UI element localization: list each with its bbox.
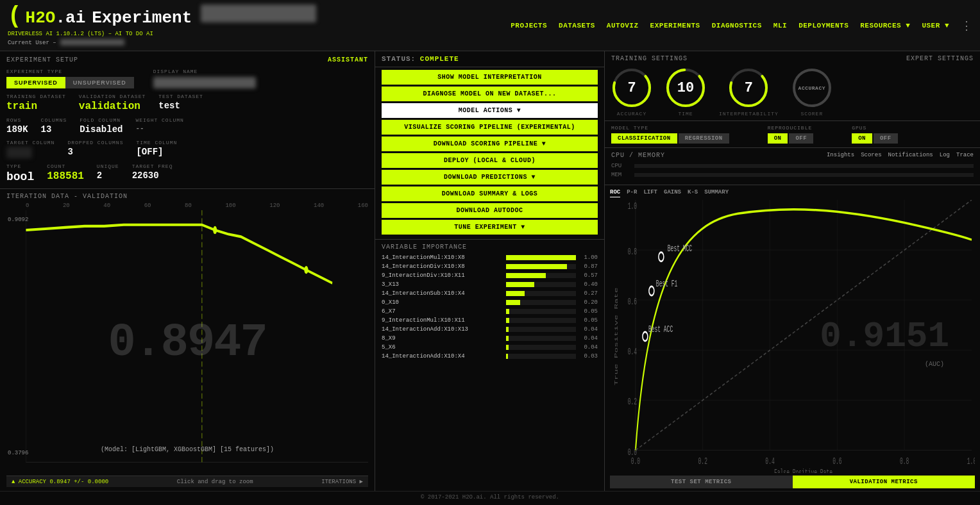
- expert-title: EXPERT SETTINGS: [906, 55, 974, 62]
- download-summary-button[interactable]: DOWNLOAD SUMMARY & LOGS: [382, 186, 598, 201]
- tab-pr[interactable]: P-R: [627, 188, 637, 197]
- regression-button[interactable]: REGRESSION: [679, 133, 729, 144]
- weight-column-group: WEIGHT COLUMN --: [135, 117, 183, 135]
- nav-mli[interactable]: MLI: [773, 22, 787, 29]
- iteration-chart[interactable]: 0.9092 0.3796 0.8947 (Model: [: [6, 210, 368, 476]
- unsupervised-button[interactable]: UNSUPERVISED: [65, 77, 134, 88]
- accuracy-dial-value: 7: [627, 80, 636, 96]
- classification-button[interactable]: CLASSIFICATION: [611, 133, 677, 144]
- nav-datasets[interactable]: DATASETS: [559, 22, 595, 29]
- nav-resources[interactable]: RESOURCES ▼: [860, 22, 910, 29]
- model-actions-button[interactable]: MODEL ACTIONS ▼: [382, 103, 598, 118]
- trace-link[interactable]: Trace: [956, 152, 974, 159]
- notifications-link[interactable]: Notifications: [888, 152, 933, 159]
- experiment-name-blurred: [201, 4, 316, 22]
- target-freq-group: TARGET FREQ 22630: [132, 163, 173, 183]
- unique-group: UNIQUE 2: [97, 163, 119, 183]
- svg-text:True Positive Rate: True Positive Rate: [613, 287, 619, 385]
- svg-text:0.4: 0.4: [628, 347, 637, 357]
- cpu-header: CPU / MEMORY Insights Scores Notificatio…: [611, 152, 974, 159]
- var-score-1: 0.87: [579, 263, 598, 270]
- accuracy-dial[interactable]: 7: [611, 67, 652, 108]
- iteration-accuracy: ▲ ACCURACY 0.8947 +/- 0.0000: [12, 479, 108, 485]
- nav-user[interactable]: USER ▼: [922, 22, 949, 29]
- test-dataset-value: test: [158, 101, 203, 111]
- var-row-3: 3_X13 0.40: [382, 281, 598, 288]
- download-scoring-pipeline-button[interactable]: DOWNLOAD SCORING PIPELINE ▼: [382, 137, 598, 151]
- training-header: TRAINING SETTINGS EXPERT SETTINGS: [611, 55, 974, 62]
- right-panel: TRAINING SETTINGS EXPERT SETTINGS 7 ACCU…: [605, 51, 980, 491]
- tab-lift[interactable]: LIFT: [643, 188, 657, 197]
- tune-experiment-button[interactable]: TUNE EXPERIMENT ▼: [382, 220, 598, 235]
- time-column-group: TIME COLUMN [OFF]: [136, 140, 177, 158]
- var-bar-container-3: [506, 282, 576, 287]
- download-autodoc-button[interactable]: DOWNLOAD AUTODOC: [382, 203, 598, 218]
- var-score-0: 1.00: [579, 254, 598, 261]
- download-predictions-button[interactable]: DOWNLOAD PREDICTIONS ▼: [382, 170, 598, 185]
- gpu-on-button[interactable]: ON: [852, 133, 872, 144]
- gpu-off-button[interactable]: OFF: [874, 133, 898, 144]
- count-value: 188581: [47, 170, 84, 182]
- nav-experiments[interactable]: EXPERIMENTS: [650, 22, 700, 29]
- svg-text:0.6: 0.6: [628, 297, 637, 307]
- roc-chart[interactable]: 0.0 0.2 0.4 0.6 0.8 1.0 0.0 0.2 0.4 0.6 …: [610, 200, 975, 473]
- assistant-button[interactable]: ASSISTANT: [328, 56, 368, 63]
- var-row-4: 14_InteractionSub:X10:X4 0.27: [382, 290, 598, 297]
- var-bar-container-0: [506, 255, 576, 260]
- var-bar-container-11: [506, 354, 576, 359]
- variable-importance: VARIABLE IMPORTANCE 14_InteractionMul:X1…: [375, 239, 604, 491]
- var-name-6: 6_X7: [382, 308, 503, 315]
- supervised-button[interactable]: SUPERVISED: [6, 77, 65, 88]
- reproducible-on-button[interactable]: ON: [768, 133, 788, 144]
- validation-metrics-button[interactable]: VALIDATION METRICS: [793, 476, 976, 488]
- var-score-11: 0.03: [579, 353, 598, 360]
- scorer-dial[interactable]: ACCURACY: [791, 67, 832, 108]
- test-set-metrics-button[interactable]: TEST SET METRICS: [610, 476, 793, 488]
- footer: © 2017-2021 H2O.ai. All rights reserved.: [0, 491, 980, 505]
- header-left: ( H2O.ai Experiment DRIVERLESS AI 1.10.1…: [8, 4, 316, 46]
- svg-text:0.2: 0.2: [628, 397, 637, 407]
- display-name-label: DISPLAY NAME: [153, 69, 256, 74]
- interpretability-dial[interactable]: 7: [728, 67, 769, 108]
- var-name-1: 14_InteractionDiv:X10:X8: [382, 263, 503, 270]
- tab-summary[interactable]: SUMMARY: [704, 188, 729, 197]
- var-bar-0: [506, 255, 576, 260]
- nav-autoviz[interactable]: AUTOVIZ: [607, 22, 639, 29]
- visualize-scoring-pipeline-button[interactable]: VISUALIZE SCORING PIPELINE (EXPERIMENTAL…: [382, 120, 598, 135]
- diagnose-model-button[interactable]: DIAGNOSE MODEL ON NEW DATASET...: [382, 87, 598, 101]
- rows-value: 189K: [6, 124, 28, 135]
- target-column-group: TARGET COLUMN: [6, 140, 55, 158]
- model-type-label: MODEL TYPE: [611, 125, 729, 131]
- tab-ks[interactable]: K-S: [688, 188, 698, 197]
- nav-deployments[interactable]: DEPLOYMENTS: [798, 22, 849, 29]
- tab-gains[interactable]: GAINS: [664, 188, 681, 197]
- x-label-80: 80: [185, 203, 192, 209]
- show-model-interpretation-button[interactable]: SHOW MODEL INTERPRETATION: [382, 70, 598, 85]
- scores-link[interactable]: Scores: [861, 152, 881, 159]
- var-row-5: 0_X10 0.20: [382, 299, 598, 306]
- nav-diagnostics[interactable]: DIAGNOSTICS: [712, 22, 762, 29]
- x-label-160: 160: [358, 203, 368, 209]
- interpretability-dial-value: 7: [745, 80, 753, 96]
- iteration-section: ITERATION DATA - VALIDATION 0 20 40 60 8…: [0, 188, 375, 491]
- svg-point-23: [659, 252, 664, 261]
- nav-projects[interactable]: PROJECTS: [511, 22, 547, 29]
- nav-more-dots[interactable]: ⋮: [961, 19, 972, 33]
- chart-y-bottom: 0.3796: [8, 450, 28, 456]
- log-link[interactable]: Log: [940, 152, 950, 159]
- var-bar-9: [506, 336, 509, 341]
- var-bar-10: [506, 345, 509, 350]
- var-name-2: 9_InteractionDiv:X10:X11: [382, 272, 503, 279]
- reproducible-off-button[interactable]: OFF: [789, 133, 813, 144]
- unique-value: 2: [97, 170, 119, 181]
- insights-link[interactable]: Insights: [827, 152, 854, 159]
- validation-dataset-group: VALIDATION DATASET validation: [79, 94, 146, 112]
- time-dial[interactable]: 10: [665, 67, 706, 108]
- setup-title: EXPERIMENT SETUP: [6, 56, 78, 63]
- display-name-group: DISPLAY NAME: [153, 69, 256, 88]
- var-score-5: 0.20: [579, 299, 598, 306]
- var-row-7: 9_InteractionMul:X10:X11 0.05: [382, 317, 598, 324]
- var-row-1: 14_InteractionDiv:X10:X8 0.87: [382, 263, 598, 270]
- deploy-button[interactable]: DEPLOY (LOCAL & CLOUD): [382, 153, 598, 168]
- tab-roc[interactable]: ROC: [610, 188, 620, 197]
